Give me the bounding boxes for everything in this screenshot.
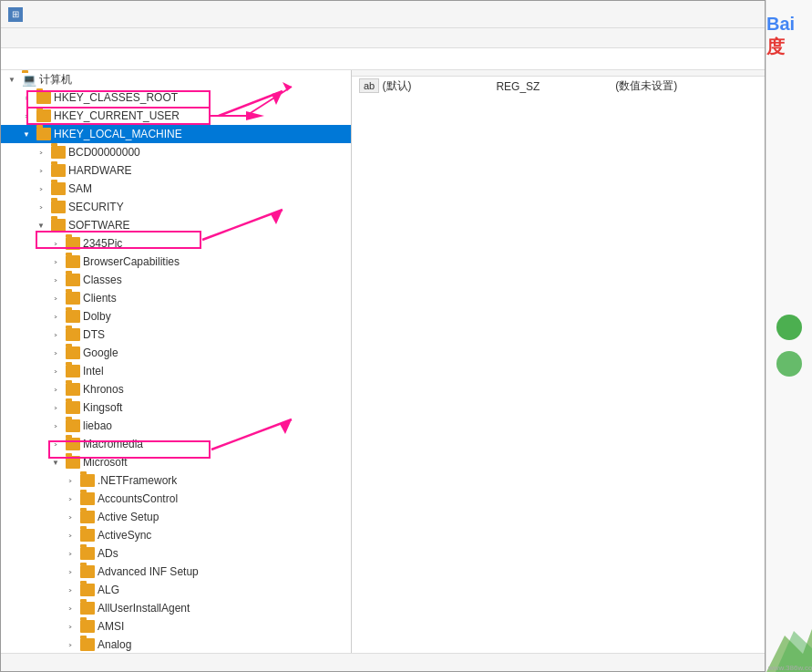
title-bar-left: ⊞: [8, 7, 28, 22]
tree-label-hkey_classes_root: HKEY_CLASSES_ROOT: [54, 91, 178, 104]
tree-item-alluserinstallagent[interactable]: ›AllUserInstallAgent: [1, 599, 351, 617]
tree-expander-dolby[interactable]: ›: [45, 309, 67, 324]
folder-icon-macromedia: [66, 438, 80, 450]
tree-item-alg[interactable]: ›ALG: [1, 581, 351, 599]
tree-label-intel: Intel: [83, 365, 104, 377]
tree-item-computer[interactable]: ▼💻计算机: [1, 70, 351, 88]
tree-expander-amsi[interactable]: ›: [59, 619, 81, 634]
menu-view[interactable]: [34, 36, 48, 40]
tree-expander-netframework[interactable]: ›: [59, 473, 81, 488]
tree-item-intel[interactable]: ›Intel: [1, 362, 351, 380]
folder-icon-software: [51, 219, 66, 232]
tree-label-alluserinstallagent: AllUserInstallAgent: [98, 602, 190, 615]
tree-expander-clients[interactable]: ›: [45, 291, 67, 305]
tree-expander-kingsoft[interactable]: ›: [45, 400, 67, 415]
close-button[interactable]: [732, 5, 757, 24]
tree-item-khronos[interactable]: ›Khronos: [1, 380, 351, 398]
tree-expander-hkey_classes_root[interactable]: ›: [15, 90, 37, 105]
tree-item-bcd[interactable]: ›BCD00000000: [1, 143, 351, 161]
tree-item-hkey_classes_root[interactable]: ›HKEY_CLASSES_ROOT: [1, 88, 351, 107]
tree-label-amsi: AMSI: [98, 620, 124, 633]
tree-expander-alg[interactable]: ›: [59, 583, 81, 597]
tree-item-2345pic[interactable]: ›2345Pic: [1, 234, 351, 253]
tree-item-browsercapabilities[interactable]: ›BrowserCapabilities: [1, 253, 351, 271]
tree-item-analog[interactable]: ›Analog: [1, 636, 351, 653]
tree-item-amsi[interactable]: ›AMSI: [1, 617, 351, 636]
tree-item-dolby[interactable]: ›Dolby: [1, 307, 351, 326]
tree-label-active_setup: Active Setup: [98, 511, 159, 523]
tree-item-classes[interactable]: ›Classes: [1, 271, 351, 289]
tree-expander-hkey_local_machine[interactable]: ▼: [19, 127, 34, 141]
folder-icon-hkey_local_machine: [36, 128, 51, 140]
tree-expander-sam[interactable]: ›: [30, 181, 52, 196]
folder-icon-hardware: [51, 164, 66, 177]
tree-item-macromedia[interactable]: ›Macromedia: [1, 435, 351, 453]
tree-expander-software[interactable]: ▼: [34, 218, 48, 233]
tree-item-netframework[interactable]: ›.NETFramework: [1, 471, 351, 490]
tree-expander-2345pic[interactable]: ›: [45, 236, 67, 251]
tree-expander-classes[interactable]: ›: [45, 273, 67, 287]
tree-expander-bcd[interactable]: ›: [30, 145, 52, 160]
tree-item-accountscontrol[interactable]: ›AccountsControl: [1, 490, 351, 508]
tree-expander-alluserinstallagent[interactable]: ›: [59, 601, 81, 615]
tree-item-kingsoft[interactable]: ›Kingsoft: [1, 398, 351, 417]
tree-item-hkey_current_user[interactable]: ›HKEY_CURRENT_USER: [1, 107, 351, 125]
tree-item-activesync[interactable]: ›ActiveSync: [1, 526, 351, 544]
tree-item-security[interactable]: ›SECURITY: [1, 198, 351, 216]
menu-file[interactable]: [5, 36, 19, 40]
menu-help[interactable]: [63, 36, 77, 40]
tree-item-hkey_local_machine[interactable]: ▼HKEY_LOCAL_MACHINE: [1, 125, 351, 143]
breadcrumb: [1, 48, 765, 70]
tree-expander-active_setup[interactable]: ›: [59, 510, 81, 524]
tree-item-advanced_inf_setup[interactable]: ›Advanced INF Setup: [1, 563, 351, 581]
tree-expander-microsoft[interactable]: ▼: [48, 455, 63, 470]
tree-expander-security[interactable]: ›: [30, 200, 52, 214]
tree-item-sam[interactable]: ›SAM: [1, 180, 351, 198]
tree-item-liebao[interactable]: ›liebao: [1, 417, 351, 435]
folder-icon-liebao: [66, 419, 80, 432]
tree-expander-google[interactable]: ›: [45, 346, 67, 360]
menu-favorites[interactable]: [48, 36, 63, 40]
menu-edit[interactable]: [19, 36, 34, 40]
registry-tree[interactable]: ▼💻计算机›HKEY_CLASSES_ROOT›HKEY_CURRENT_USE…: [1, 70, 352, 653]
folder-icon-alluserinstallagent: [80, 602, 95, 615]
tree-expander-macromedia[interactable]: ›: [45, 437, 67, 451]
tree-expander-accountscontrol[interactable]: ›: [59, 491, 81, 506]
tree-expander-liebao[interactable]: ›: [45, 419, 67, 433]
tree-label-dolby: Dolby: [83, 310, 111, 323]
folder-icon-activesync: [80, 529, 95, 542]
maximize-button[interactable]: [704, 5, 730, 24]
tree-expander-dts[interactable]: ›: [45, 327, 67, 342]
tree-label-hkey_current_user: HKEY_CURRENT_USER: [54, 109, 180, 122]
folder-icon-analog: [80, 638, 95, 651]
tree-label-security: SECURITY: [68, 201, 124, 213]
tree-item-google[interactable]: ›Google: [1, 344, 351, 362]
cell-type: REG_SZ: [488, 77, 608, 97]
tree-expander-computer[interactable]: ▼: [5, 72, 19, 87]
tree-expander-khronos[interactable]: ›: [45, 382, 67, 397]
tree-expander-ads[interactable]: ›: [59, 546, 81, 561]
tree-item-ads[interactable]: ›ADs: [1, 544, 351, 563]
folder-icon-security: [51, 201, 66, 213]
tree-item-clients[interactable]: ›Clients: [1, 289, 351, 307]
tree-label-alg: ALG: [98, 584, 119, 596]
folder-icon-bcd: [51, 146, 66, 159]
minimize-button[interactable]: [677, 5, 703, 24]
tree-expander-analog[interactable]: ›: [59, 637, 81, 652]
mountain-decoration: www.386w.com: [766, 608, 813, 672]
tree-expander-advanced_inf_setup[interactable]: ›: [59, 564, 81, 579]
tree-expander-browsercapabilities[interactable]: ›: [45, 254, 67, 269]
tree-item-software[interactable]: ▼SOFTWARE: [1, 216, 351, 234]
tree-item-dts[interactable]: ›DTS: [1, 326, 351, 344]
tree-item-hardware[interactable]: ›HARDWARE: [1, 161, 351, 180]
tree-expander-hardware[interactable]: ›: [30, 163, 52, 178]
table-row[interactable]: ab (默认)REG_SZ(数值未设置): [352, 77, 765, 97]
tree-item-active_setup[interactable]: ›Active Setup: [1, 508, 351, 526]
registry-values-panel: ab (默认)REG_SZ(数值未设置): [352, 70, 765, 653]
tree-label-advanced_inf_setup: Advanced INF Setup: [98, 565, 199, 578]
tree-expander-intel[interactable]: ›: [45, 364, 67, 378]
tree-item-microsoft[interactable]: ▼Microsoft: [1, 453, 351, 471]
folder-icon-advanced_inf_setup: [80, 565, 95, 578]
tree-expander-activesync[interactable]: ›: [59, 528, 81, 543]
tree-expander-hkey_current_user[interactable]: ›: [15, 109, 37, 123]
